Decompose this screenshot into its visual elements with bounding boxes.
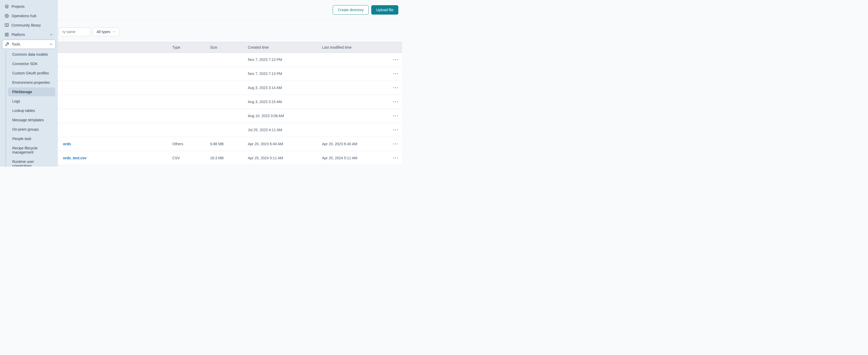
table-header: Type Size Created time Last modified tim… (58, 42, 402, 53)
chevron-down-icon (113, 30, 116, 33)
svg-point-27 (393, 158, 394, 158)
nav-label: Operations hub (11, 14, 53, 18)
type-filter-label: All types (97, 30, 111, 34)
file-table: Type Size Created time Last modified tim… (58, 42, 402, 167)
filters-bar: All types (58, 27, 402, 42)
svg-rect-5 (5, 35, 6, 36)
submenu-custom-oauth-profiles[interactable]: Custom OAuth profiles (8, 69, 55, 77)
tools-submenu: Common data models Connector SDK Custom … (6, 50, 57, 167)
svg-point-1 (6, 15, 7, 17)
submenu-connector-sdk[interactable]: Connector SDK (8, 59, 55, 68)
chevron-up-icon (49, 42, 53, 46)
submenu-on-prem-groups[interactable]: On-prem groups (8, 125, 55, 134)
submenu-recipe-lifecycle[interactable]: Recipe lifecycle management (8, 144, 55, 157)
table-row[interactable]: Aug 3, 2023 3:14 AM (58, 81, 402, 95)
more-actions-button[interactable] (392, 85, 399, 91)
more-actions-button[interactable] (392, 70, 399, 77)
row-created: Apr 25, 2024 5:11 AM (248, 156, 322, 160)
col-header-size: Size (210, 45, 248, 50)
submenu-logs[interactable]: Logs (8, 97, 55, 106)
svg-point-9 (393, 73, 394, 74)
nav-label: Community library (11, 23, 53, 27)
row-size: 18.3 MB (210, 156, 248, 160)
chevron-down-icon (50, 33, 53, 36)
more-actions-button[interactable] (392, 99, 399, 105)
svg-point-15 (393, 101, 394, 102)
row-size: 9.88 MB (210, 142, 248, 146)
table-row[interactable]: Nov 7, 2023 7:13 PM (58, 67, 402, 81)
row-modified: Apr 25, 2024 5:11 AM (322, 156, 389, 160)
row-created: Aug 10, 2023 3:08 AM (248, 114, 322, 118)
svg-rect-4 (7, 35, 8, 36)
gear-icon (5, 14, 9, 18)
svg-point-11 (397, 73, 398, 74)
svg-point-16 (395, 101, 396, 102)
row-type: CSV (172, 156, 210, 160)
row-name[interactable]: ords_test.csv (58, 156, 172, 160)
svg-point-24 (393, 143, 394, 144)
more-actions-button[interactable] (392, 127, 399, 133)
nav-platform[interactable]: Platform (2, 30, 56, 39)
submenu-filestorage[interactable]: FileStorage (8, 88, 55, 96)
svg-rect-2 (5, 33, 6, 34)
more-actions-button[interactable] (392, 57, 399, 63)
row-created: Nov 7, 2023 7:13 PM (248, 58, 322, 62)
svg-point-25 (395, 143, 396, 144)
row-modified: Apr 20, 2023 6:40 AM (322, 142, 389, 146)
svg-point-18 (393, 115, 394, 116)
nav-community-library[interactable]: Community library (2, 21, 56, 30)
upload-file-button[interactable]: Upload file (371, 5, 398, 14)
row-name[interactable]: ords (58, 142, 172, 146)
submenu-common-data-models[interactable]: Common data models (8, 50, 55, 59)
type-filter-dropdown[interactable]: All types (93, 27, 120, 36)
table-row[interactable]: Nov 7, 2023 7:13 PM (58, 53, 402, 67)
svg-point-29 (397, 158, 398, 158)
svg-point-6 (393, 59, 394, 60)
table-row[interactable]: ordsOthers9.88 MBApr 20, 2023 6:40 AMApr… (58, 137, 402, 151)
sidebar: Projects Operations hub Community librar… (0, 0, 58, 167)
svg-rect-3 (7, 33, 8, 34)
submenu-lookup-tables[interactable]: Lookup tables (8, 106, 55, 115)
svg-point-17 (397, 101, 398, 102)
svg-point-23 (397, 129, 398, 130)
row-created: Aug 3, 2023 3:15 AM (248, 100, 322, 104)
nav-label: Platform (11, 33, 47, 37)
nav-operations-hub[interactable]: Operations hub (2, 11, 56, 20)
nav-label: Projects (11, 4, 53, 9)
table-row[interactable]: ords_test.csvCSV18.3 MBApr 25, 2024 5:11… (58, 151, 402, 165)
nav-tools[interactable]: Tools (2, 39, 56, 49)
row-created: Jul 25, 2023 4:11 AM (248, 128, 322, 132)
nav-projects[interactable]: Projects (2, 2, 56, 11)
svg-point-12 (393, 87, 394, 88)
more-actions-button[interactable] (392, 113, 399, 119)
svg-point-26 (397, 143, 398, 144)
more-actions-button[interactable] (392, 141, 399, 147)
submenu-people-task[interactable]: People task (8, 134, 55, 143)
col-header-actions (389, 45, 402, 50)
col-header-created: Created time (248, 45, 322, 50)
svg-point-20 (397, 115, 398, 116)
row-created: Aug 3, 2023 3:14 AM (248, 86, 322, 90)
main-content: Create directory Upload file All types T… (58, 0, 405, 167)
svg-point-14 (397, 87, 398, 88)
nav-label: Tools (12, 42, 46, 46)
svg-point-13 (395, 87, 396, 88)
table-row[interactable]: Aug 10, 2023 3:08 AM (58, 109, 402, 123)
submenu-environment-properties[interactable]: Environment properties (8, 78, 55, 87)
grid-icon (5, 33, 9, 37)
svg-point-8 (397, 59, 398, 60)
topbar: Create directory Upload file (58, 0, 402, 20)
table-row[interactable]: Aug 3, 2023 3:15 AM (58, 95, 402, 109)
svg-point-21 (393, 129, 394, 130)
submenu-message-templates[interactable]: Message templates (8, 116, 55, 124)
submenu-runtime-connections[interactable]: Runtime user connections (8, 157, 55, 167)
search-input[interactable] (59, 27, 90, 36)
more-actions-button[interactable] (392, 155, 399, 161)
create-directory-button[interactable]: Create directory (333, 5, 369, 14)
svg-point-22 (395, 129, 396, 130)
table-row[interactable]: Jul 25, 2023 4:11 AM (58, 123, 402, 137)
row-created: Apr 20, 2023 6:40 AM (248, 142, 322, 146)
wrench-icon (5, 42, 9, 46)
layers-icon (5, 4, 9, 9)
col-header-modified: Last modified time (322, 45, 389, 50)
